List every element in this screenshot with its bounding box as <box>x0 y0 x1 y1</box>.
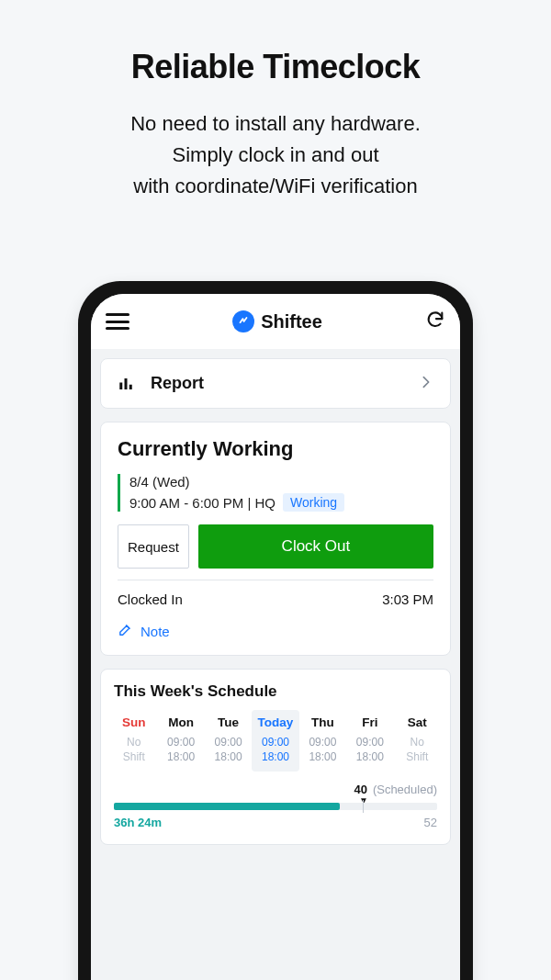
clock-out-button[interactable]: Clock Out <box>198 524 433 569</box>
day-times: 09:0018:00 <box>157 735 204 764</box>
day-column[interactable]: Fri09:0018:00 <box>346 710 393 772</box>
app-logo: Shiftee <box>232 310 322 332</box>
note-label: Note <box>141 624 170 639</box>
refresh-icon[interactable] <box>425 310 445 333</box>
days-row: SunNoShiftMon09:0018:00Tue09:0018:00Toda… <box>110 710 441 772</box>
day-column[interactable]: Thu09:0018:00 <box>299 710 346 772</box>
bar-chart-icon <box>118 376 134 392</box>
app-brand-name: Shiftee <box>261 311 322 332</box>
day-times: NoShift <box>394 735 441 764</box>
logo-badge-icon <box>232 310 254 332</box>
max-hours: 52 <box>424 816 437 829</box>
clocked-in-time: 3:03 PM <box>382 591 433 607</box>
request-button[interactable]: Request <box>118 524 189 569</box>
shift-time: 9:00 AM - 6:00 PM | HQ <box>129 495 276 511</box>
note-button[interactable]: Note <box>118 622 433 644</box>
phone-mock: Shiftee Report Currently Working <box>78 281 473 980</box>
day-label: Fri <box>346 715 393 729</box>
day-column[interactable]: Tue09:0018:00 <box>205 710 252 772</box>
svg-rect-2 <box>129 384 132 389</box>
status-title: Currently Working <box>118 437 433 461</box>
day-label: Tue <box>205 715 252 729</box>
promo-subtitle: No need to install any hardware. Simply … <box>22 108 529 202</box>
promo-hero: Reliable Timeclock No need to install an… <box>0 0 551 241</box>
svg-rect-1 <box>125 378 128 389</box>
day-times: NoShift <box>110 735 157 764</box>
svg-rect-0 <box>119 382 122 389</box>
day-column[interactable]: SunNoShift <box>110 710 157 772</box>
edit-icon <box>118 622 133 640</box>
progress-track <box>114 803 437 810</box>
day-times: 09:0018:00 <box>299 735 346 764</box>
day-times: 09:0018:00 <box>252 735 298 764</box>
day-label: Today <box>252 715 298 729</box>
status-card: Currently Working 8/4 (Wed) 9:00 AM - 6:… <box>100 422 451 656</box>
report-row[interactable]: Report <box>100 358 451 409</box>
scheduled-label: 40 (Scheduled) <box>354 783 437 796</box>
day-times: 09:0018:00 <box>205 735 252 764</box>
clocked-in-label: Clocked In <box>118 591 183 607</box>
clocked-in-row: Clocked In 3:03 PM <box>118 591 433 607</box>
day-times: 09:0018:00 <box>346 735 393 764</box>
promo-title: Reliable Timeclock <box>22 48 529 86</box>
schedule-title: This Week's Schedule <box>110 682 441 710</box>
chevron-right-icon <box>419 375 433 393</box>
menu-icon[interactable] <box>106 313 129 330</box>
divider <box>118 580 433 580</box>
shift-time-row: 9:00 AM - 6:00 PM | HQ Working <box>129 493 433 512</box>
app-top-bar: Shiftee <box>91 294 460 349</box>
day-label: Thu <box>299 715 346 729</box>
day-label: Sat <box>394 715 441 729</box>
day-column[interactable]: SatNoShift <box>394 710 441 772</box>
progress-tick <box>363 800 364 813</box>
progress-fill <box>114 803 340 810</box>
status-badge: Working <box>283 493 344 512</box>
current-shift: 8/4 (Wed) 9:00 AM - 6:00 PM | HQ Working <box>118 474 433 512</box>
schedule-card: This Week's Schedule SunNoShiftMon09:001… <box>100 669 451 845</box>
day-column[interactable]: Mon09:0018:00 <box>157 710 204 772</box>
shift-date: 8/4 (Wed) <box>129 474 433 490</box>
progress-section: 40 (Scheduled) ▼ 36h 24m 52 <box>110 783 441 829</box>
day-column[interactable]: Today09:0018:00 <box>252 710 298 772</box>
report-label: Report <box>151 374 204 393</box>
worked-hours: 36h 24m <box>114 816 162 829</box>
day-label: Sun <box>110 715 157 729</box>
day-label: Mon <box>157 715 204 729</box>
